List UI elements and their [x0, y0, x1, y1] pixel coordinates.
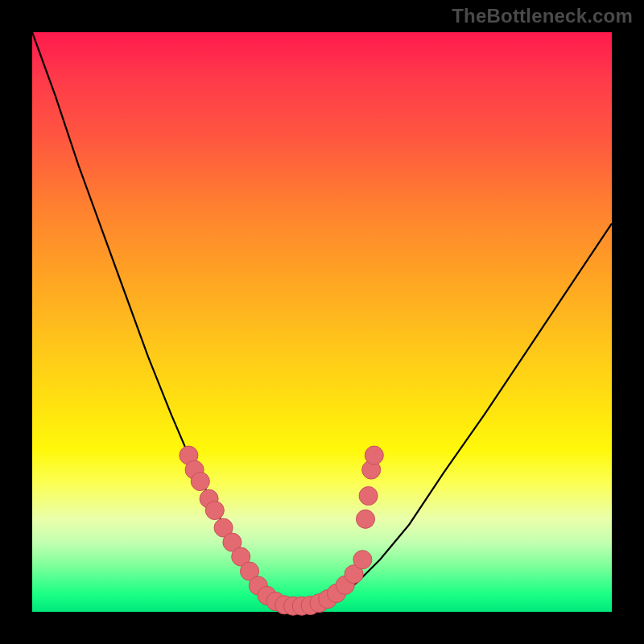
data-marker: [191, 472, 209, 490]
data-marker: [359, 486, 378, 505]
chart-svg: [32, 32, 612, 612]
data-marker: [356, 510, 374, 528]
marker-group: [180, 446, 383, 615]
bottleneck-curve-path: [32, 32, 612, 606]
data-marker: [205, 501, 224, 519]
chart-plot-area: [32, 32, 612, 612]
watermark-text: TheBottleneck.com: [452, 5, 633, 27]
data-marker: [353, 551, 372, 569]
data-marker: [365, 446, 383, 464]
